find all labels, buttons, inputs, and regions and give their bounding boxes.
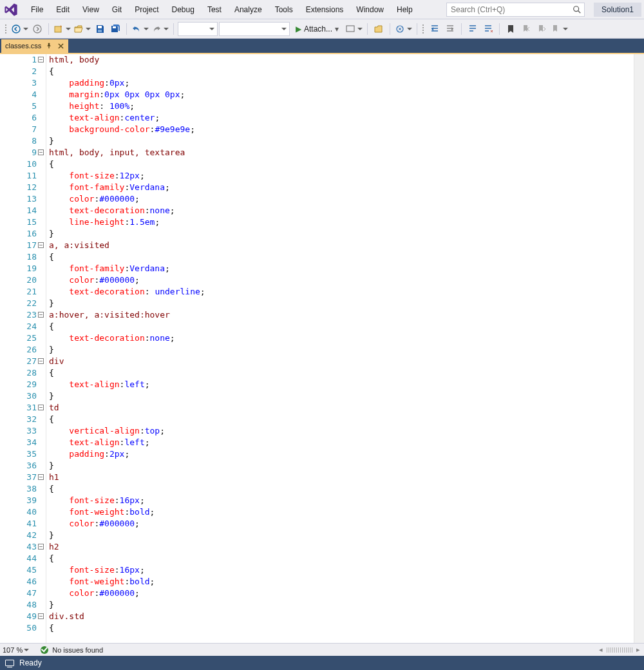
code-line[interactable]: } <box>49 390 634 402</box>
code-line[interactable]: a, a:visited <box>49 240 634 251</box>
code-line[interactable]: font-family:Verdana; <box>49 182 634 193</box>
menu-analyze[interactable]: Analyze <box>228 3 269 17</box>
fold-toggle-icon[interactable] <box>38 149 44 155</box>
fold-toggle-icon[interactable] <box>38 474 44 480</box>
code-line[interactable]: a:hover, a:visited:hover <box>49 309 634 321</box>
fold-toggle-icon[interactable] <box>38 405 44 410</box>
menu-extensions[interactable]: Extensions <box>299 3 350 17</box>
code-line[interactable]: { <box>49 483 634 495</box>
fold-toggle-icon[interactable] <box>38 312 44 318</box>
code-line[interactable]: text-decoration:none; <box>49 332 634 344</box>
code-line[interactable]: } <box>49 599 634 611</box>
save-all-button[interactable] <box>108 22 122 36</box>
code-line[interactable]: { <box>49 251 634 263</box>
fold-toggle-icon[interactable] <box>38 242 44 248</box>
code-line[interactable]: } <box>49 228 634 240</box>
attach-debugger-button[interactable]: ▶Attach...▾ <box>291 22 343 36</box>
output-window-icon[interactable] <box>5 660 14 666</box>
code-line[interactable]: font-weight:bold; <box>49 506 634 518</box>
nav-back-button[interactable] <box>10 22 29 36</box>
code-line[interactable]: { <box>49 367 634 379</box>
toolbar-grip-icon[interactable] <box>4 24 8 34</box>
undo-button[interactable] <box>131 22 149 36</box>
code-line[interactable]: background-color:#9e9e9e; <box>49 124 634 135</box>
solution-platform-combo[interactable] <box>219 22 290 36</box>
code-line[interactable]: } <box>49 530 634 541</box>
code-line[interactable]: text-decoration: underline; <box>49 286 634 298</box>
toolbar-grip-icon[interactable] <box>421 24 425 34</box>
code-line[interactable]: font-size:16px; <box>49 495 634 506</box>
redo-button[interactable] <box>151 22 169 36</box>
menu-edit[interactable]: Edit <box>50 3 76 17</box>
quick-search-input[interactable] <box>451 5 573 14</box>
debug-target-button[interactable] <box>345 22 363 36</box>
nav-forward-button[interactable] <box>30 22 44 36</box>
uncomment-button[interactable] <box>481 22 495 36</box>
open-file-button[interactable] <box>73 22 91 36</box>
code-line[interactable]: margin:0px 0px 0px 0px; <box>49 89 634 100</box>
code-line[interactable]: color:#000000; <box>49 588 634 599</box>
code-line[interactable]: vertical-align:top; <box>49 425 634 437</box>
bookmark-button[interactable] <box>504 22 518 36</box>
code-area[interactable]: html, body{ padding:0px; margin:0px 0px … <box>46 54 634 643</box>
code-line[interactable]: } <box>49 344 634 356</box>
code-line[interactable]: h2 <box>49 541 634 553</box>
code-line[interactable]: { <box>49 158 634 170</box>
menu-tools[interactable]: Tools <box>269 3 299 17</box>
save-button[interactable] <box>93 22 107 36</box>
quick-search[interactable] <box>446 3 585 17</box>
document-tab-active[interactable]: classes.css <box>1 39 68 53</box>
code-line[interactable]: font-family:Verdana; <box>49 263 634 274</box>
menu-view[interactable]: View <box>76 3 106 17</box>
code-line[interactable]: html, body, input, textarea <box>49 147 634 158</box>
code-line[interactable]: text-decoration:none; <box>49 205 634 216</box>
next-bookmark-button[interactable] <box>535 22 549 36</box>
comment-button[interactable] <box>466 22 480 36</box>
code-line[interactable]: h1 <box>49 472 634 483</box>
code-line[interactable]: } <box>49 135 634 147</box>
code-line[interactable]: div.std <box>49 611 634 622</box>
find-in-files-button[interactable] <box>372 22 386 36</box>
code-line[interactable]: text-align:center; <box>49 112 634 124</box>
menu-project[interactable]: Project <box>128 3 165 17</box>
pin-tab-icon[interactable] <box>45 42 53 50</box>
fold-toggle-icon[interactable] <box>38 358 44 364</box>
zoom-combo[interactable]: 107 % <box>0 646 32 654</box>
code-line[interactable]: } <box>49 460 634 472</box>
menu-help[interactable]: Help <box>390 3 419 17</box>
code-line[interactable]: text-align:left; <box>49 437 634 448</box>
code-line[interactable]: font-size:16px; <box>49 564 634 576</box>
code-line[interactable]: height: 100%; <box>49 100 634 112</box>
solution-config-combo[interactable] <box>178 22 218 36</box>
fold-toggle-icon[interactable] <box>38 613 44 619</box>
error-list-summary[interactable]: No issues found <box>41 646 103 654</box>
code-line[interactable]: color:#000000; <box>49 518 634 530</box>
code-line[interactable]: { <box>49 414 634 425</box>
outdent-button[interactable] <box>428 22 442 36</box>
code-line[interactable]: } <box>49 298 634 309</box>
code-line[interactable]: font-size:12px; <box>49 170 634 182</box>
code-line[interactable]: div <box>49 356 634 367</box>
splitter-left-icon[interactable]: ◂ <box>599 646 603 654</box>
code-line[interactable]: { <box>49 553 634 564</box>
menu-file[interactable]: File <box>24 3 50 17</box>
code-line[interactable]: text-align:left; <box>49 379 634 390</box>
menu-test[interactable]: Test <box>201 3 228 17</box>
code-line[interactable]: td <box>49 402 634 414</box>
overview-ruler[interactable] <box>634 54 644 643</box>
indent-button[interactable] <box>443 22 457 36</box>
fold-toggle-icon[interactable] <box>38 544 44 550</box>
prev-bookmark-button[interactable] <box>519 22 533 36</box>
code-line[interactable]: { <box>49 321 634 332</box>
menu-debug[interactable]: Debug <box>166 3 201 17</box>
code-line[interactable]: padding:0px; <box>49 77 634 89</box>
menu-git[interactable]: Git <box>106 3 128 17</box>
browser-link-button[interactable] <box>394 22 413 36</box>
code-line[interactable]: line-height:1.5em; <box>49 216 634 228</box>
close-tab-icon[interactable] <box>57 42 64 50</box>
bookmark-overflow-button[interactable] <box>550 22 569 36</box>
code-line[interactable]: { <box>49 66 634 77</box>
fold-toggle-icon[interactable] <box>38 57 44 62</box>
h-splitter[interactable] <box>607 647 632 653</box>
code-line[interactable]: padding:2px; <box>49 448 634 460</box>
